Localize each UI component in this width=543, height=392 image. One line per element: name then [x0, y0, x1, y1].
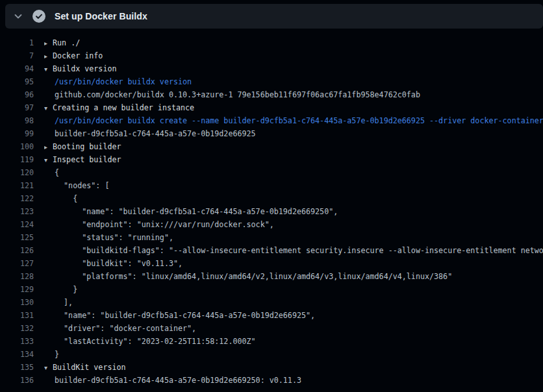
- log-output-text: {: [44, 192, 77, 205]
- log-line: 122 {: [0, 192, 543, 205]
- log-line: 135▾BuildKit version: [0, 361, 543, 374]
- log-output-text: "name": "builder-d9cfb5a1-c764-445a-a57e…: [44, 205, 338, 218]
- log-line: 98/usr/bin/docker buildx create --name b…: [0, 114, 543, 127]
- log-line: 119▾Inspect builder: [0, 153, 543, 166]
- group-expanded-triangle-icon[interactable]: ▾: [44, 154, 53, 166]
- log-line: 132 "driver": "docker-container",: [0, 322, 543, 335]
- log-line: 121 "nodes": [: [0, 179, 543, 192]
- log-line: 120{: [0, 166, 543, 179]
- log-line: 95/usr/bin/docker buildx version: [0, 75, 543, 88]
- line-number[interactable]: 121: [0, 179, 34, 192]
- log-output-text: "endpoint": "unix:///var/run/docker.sock…: [44, 218, 274, 231]
- group-title: Buildx version: [53, 64, 117, 73]
- line-number[interactable]: 95: [0, 75, 34, 88]
- line-number[interactable]: 125: [0, 231, 34, 244]
- log-command-text: /usr/bin/docker buildx version: [44, 75, 192, 88]
- line-number[interactable]: 131: [0, 309, 34, 322]
- log-line: 96github.com/docker/buildx 0.10.3+azure-…: [0, 88, 543, 101]
- log-line: 123 "name": "builder-d9cfb5a1-c764-445a-…: [0, 205, 543, 218]
- log-output-text: "platforms": "linux/amd64,linux/amd64/v2…: [44, 270, 452, 283]
- line-number[interactable]: 124: [0, 218, 34, 231]
- line-number[interactable]: 98: [0, 114, 34, 127]
- line-number[interactable]: 1: [0, 36, 34, 49]
- group-title: Inspect builder: [53, 155, 121, 164]
- log-output-text: builder-d9cfb5a1-c764-445a-a57e-0b19d2e6…: [44, 127, 256, 140]
- log-lines: 1▸Run ./7▸Docker info94▾Buildx version95…: [0, 36, 543, 387]
- group-title: BuildKit version: [53, 363, 126, 372]
- group-title: Docker info: [53, 51, 103, 60]
- log-output-text: {: [44, 166, 59, 179]
- line-number[interactable]: 123: [0, 205, 34, 218]
- log-group-header[interactable]: ▸Booting builder: [44, 140, 121, 153]
- log-group-header[interactable]: ▸Run ./: [44, 36, 80, 49]
- log-line: 128 "platforms": "linux/amd64,linux/amd6…: [0, 270, 543, 283]
- group-expanded-triangle-icon[interactable]: ▾: [44, 361, 53, 374]
- log-line: 133 "lastActivity": "2023-02-25T11:58:12…: [0, 335, 543, 348]
- log-line: 127 "buildkit": "v0.11.3",: [0, 257, 543, 270]
- log-line: 131 "name": "builder-d9cfb5a1-c764-445a-…: [0, 309, 543, 322]
- line-number[interactable]: 97: [0, 101, 34, 114]
- log-group-header[interactable]: ▾BuildKit version: [44, 361, 126, 374]
- line-number[interactable]: 135: [0, 361, 34, 374]
- line-number[interactable]: 94: [0, 62, 34, 75]
- line-number[interactable]: 127: [0, 257, 34, 270]
- line-number[interactable]: 122: [0, 192, 34, 205]
- log-line: 7▸Docker info: [0, 49, 543, 62]
- log-line: 130 ],: [0, 296, 543, 309]
- group-collapsed-triangle-icon[interactable]: ▸: [44, 141, 53, 153]
- log-line: 97▾Creating a new builder instance: [0, 101, 543, 114]
- line-number[interactable]: 129: [0, 283, 34, 296]
- log-line: 125 "status": "running",: [0, 231, 543, 244]
- line-number[interactable]: 133: [0, 335, 34, 348]
- group-expanded-triangle-icon[interactable]: ▾: [44, 63, 53, 75]
- step-header[interactable]: Set up Docker Buildx: [5, 4, 543, 29]
- log-output-text: github.com/docker/buildx 0.10.3+azure-1 …: [44, 88, 420, 101]
- line-number[interactable]: 96: [0, 88, 34, 101]
- log-output-text: }: [44, 348, 59, 361]
- log-output-text: builder-d9cfb5a1-c764-445a-a57e-0b19d2e6…: [44, 374, 301, 387]
- log-line: 126 "buildkitd-flags": "--allow-insecure…: [0, 244, 543, 257]
- line-number[interactable]: 136: [0, 374, 34, 387]
- log-line: 134}: [0, 348, 543, 361]
- chevron-down-icon[interactable]: [13, 11, 23, 21]
- log-line: 94▾Buildx version: [0, 62, 543, 75]
- log-output-text: "status": "running",: [44, 231, 173, 244]
- line-number[interactable]: 126: [0, 244, 34, 257]
- group-collapsed-triangle-icon[interactable]: ▸: [44, 37, 53, 49]
- log-group-header[interactable]: ▾Buildx version: [44, 62, 117, 75]
- log-line: 124 "endpoint": "unix:///var/run/docker.…: [0, 218, 543, 231]
- log-output-text: "name": "builder-d9cfb5a1-c764-445a-a57e…: [44, 309, 315, 322]
- group-expanded-triangle-icon[interactable]: ▾: [44, 102, 53, 114]
- log-output-text: ],: [44, 296, 73, 309]
- log-line: 1▸Run ./: [0, 36, 543, 49]
- group-collapsed-triangle-icon[interactable]: ▸: [44, 50, 53, 62]
- log-group-header[interactable]: ▾Creating a new builder instance: [44, 101, 194, 114]
- log-output-text: "buildkit": "v0.11.3",: [44, 257, 183, 270]
- line-number[interactable]: 130: [0, 296, 34, 309]
- line-number[interactable]: 132: [0, 322, 34, 335]
- line-number[interactable]: 99: [0, 127, 34, 140]
- log-line: 129 }: [0, 283, 543, 296]
- line-number[interactable]: 7: [0, 49, 34, 62]
- log-line: 99builder-d9cfb5a1-c764-445a-a57e-0b19d2…: [0, 127, 543, 140]
- group-title: Creating a new builder instance: [53, 103, 194, 112]
- log-group-header[interactable]: ▾Inspect builder: [44, 153, 121, 166]
- log-output-text: "nodes": [: [44, 179, 109, 192]
- line-number[interactable]: 134: [0, 348, 34, 361]
- status-check-icon: [32, 10, 45, 23]
- log-group-header[interactable]: ▸Docker info: [44, 49, 103, 62]
- workflow-log-viewer: Set up Docker Buildx 1▸Run ./7▸Docker in…: [0, 0, 543, 392]
- group-title: Run ./: [53, 38, 80, 47]
- line-number[interactable]: 128: [0, 270, 34, 283]
- log-output-text: "driver": "docker-container",: [44, 322, 196, 335]
- line-number[interactable]: 119: [0, 153, 34, 166]
- log-output-text: }: [44, 283, 77, 296]
- line-number[interactable]: 100: [0, 140, 34, 153]
- log-command-text: /usr/bin/docker buildx create --name bui…: [44, 114, 543, 127]
- log-output-text: "buildkitd-flags": "--allow-insecure-ent…: [44, 244, 543, 257]
- line-number[interactable]: 120: [0, 166, 34, 179]
- log-line: 100▸Booting builder: [0, 140, 543, 153]
- step-title: Set up Docker Buildx: [55, 11, 147, 21]
- log-line: 136builder-d9cfb5a1-c764-445a-a57e-0b19d…: [0, 374, 543, 387]
- group-title: Booting builder: [53, 142, 121, 151]
